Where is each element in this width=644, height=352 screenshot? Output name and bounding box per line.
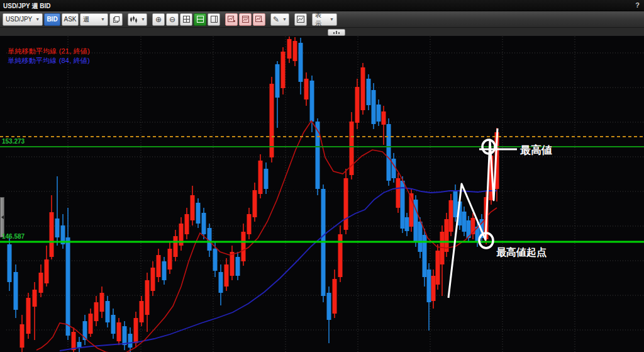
period-select-label: 週: [83, 15, 89, 24]
candle-body: [236, 257, 240, 276]
plus-circle-icon: ⊕: [155, 16, 162, 23]
collapse-arrow-icon: [1, 215, 4, 219]
candle-body: [427, 270, 431, 302]
candle-body: [94, 302, 99, 321]
candle-body: [111, 315, 116, 334]
candle-body: [405, 217, 409, 231]
candle-body: [128, 334, 133, 348]
candle-body: [185, 214, 189, 234]
chart-plus-icon: [228, 16, 235, 23]
candle-body: [72, 332, 76, 350]
draw-tool-select[interactable]: ✎▼: [270, 13, 289, 26]
candle-body: [100, 293, 104, 312]
candle-body: [316, 122, 320, 189]
ask-button-label: ASK: [64, 16, 77, 23]
link-chart-button[interactable]: [253, 13, 265, 26]
candle-body: [372, 90, 376, 124]
candle-body: [117, 322, 121, 341]
candle-body: [20, 324, 25, 348]
candle-body: [219, 272, 223, 293]
chart-window-icon: [242, 16, 249, 23]
new-chart-button[interactable]: [225, 13, 238, 26]
candle-body: [445, 219, 449, 252]
candle-body: [264, 169, 269, 189]
pen-icon: ✎: [273, 16, 279, 23]
candle-body: [275, 64, 280, 98]
help-icon[interactable]: ?: [635, 1, 640, 9]
candle-body: [225, 264, 229, 287]
annotation-highest-label: 最高値: [520, 143, 552, 157]
candle-body: [45, 259, 49, 283]
bid-button-label: BID: [47, 16, 57, 23]
chevron-down-icon: ▼: [330, 17, 334, 21]
chevron-down-icon: ▼: [35, 17, 40, 21]
candle-body: [140, 301, 144, 322]
candle-body: [310, 81, 314, 122]
window-titlebar: USD/JPY 週 BID ?: [0, 0, 644, 11]
candle-body: [327, 293, 331, 320]
toolbar: USD/JPY▼BIDASK週▼▼⊕⊖✎▼表示▼: [0, 11, 644, 28]
zoom-in-button[interactable]: ⊕: [152, 13, 165, 26]
display-menu[interactable]: 表示▼: [312, 13, 337, 26]
period-select[interactable]: 週▼: [80, 13, 108, 26]
candle-body: [134, 318, 138, 343]
candle-body: [66, 237, 70, 336]
price-level-upper-label: 153.273: [2, 138, 25, 145]
candle-body: [145, 280, 150, 315]
compare-button[interactable]: [109, 13, 123, 26]
candle-body: [431, 276, 436, 301]
collapse-panel-button[interactable]: [328, 29, 345, 36]
display-menu-label: 表示: [315, 11, 326, 28]
minus-circle-icon: ⊖: [169, 16, 175, 23]
chart-arrow-icon: [255, 16, 263, 23]
price-level-lower-label: 146.587: [2, 233, 25, 240]
candle-body: [333, 279, 337, 314]
candlestick-chart[interactable]: [0, 36, 644, 352]
grid-panes-icon: [183, 16, 190, 23]
candle-body: [247, 214, 252, 234]
window-title: USD/JPY 週 BID: [3, 2, 50, 11]
chevron-down-icon: ▼: [141, 17, 145, 21]
candle-body: [89, 314, 93, 334]
candle-body: [162, 261, 167, 280]
candle-body: [191, 195, 195, 220]
copy-chart-button[interactable]: [239, 13, 252, 26]
layout-pane-button[interactable]: [208, 13, 220, 26]
legend-sma-84: 単純移動平均線 (84, 終値): [8, 56, 90, 65]
ask-button[interactable]: ASK: [62, 13, 79, 26]
chevron-down-icon: ▼: [101, 17, 105, 21]
candle-body: [157, 255, 161, 277]
split-horizontal-icon: [197, 16, 204, 23]
chart-window: USD/JPY 週 BID ? USD/JPY▼BIDASK週▼▼⊕⊖✎▼表示▼…: [0, 0, 644, 352]
candle-body: [33, 290, 37, 307]
panel-splitter: [0, 28, 644, 37]
symbol-select[interactable]: USD/JPY▼: [3, 13, 43, 26]
candle-body: [26, 298, 31, 334]
candlestick-bars-icon: [130, 16, 138, 23]
candle-body: [213, 249, 218, 271]
legend-sma-21: 単純移動平均線 (21, 終値): [8, 47, 90, 56]
zoom-out-button[interactable]: ⊖: [166, 13, 179, 26]
layout-split-button[interactable]: [194, 13, 206, 26]
candle-body: [304, 79, 309, 99]
candle-body: [123, 326, 127, 345]
layout-grid-button[interactable]: [180, 13, 192, 26]
candle-body: [14, 272, 18, 310]
sidebar-grip[interactable]: [0, 197, 4, 237]
bid-button[interactable]: BID: [44, 13, 60, 26]
candle-body: [436, 251, 440, 285]
candle-body: [293, 41, 297, 61]
candle-body: [196, 203, 201, 224]
indicator-button[interactable]: [294, 13, 307, 26]
candle-body: [361, 67, 365, 110]
chevron-down-icon: ▼: [282, 17, 287, 21]
chart-type-select[interactable]: ▼: [128, 13, 147, 26]
annotation-highest-start-label: 最高値起点: [496, 246, 547, 259]
candle-body: [55, 219, 60, 237]
candle-body: [396, 178, 401, 208]
candle-body: [50, 212, 54, 257]
symbol-select-label: USD/JPY: [6, 16, 32, 23]
candle-body: [382, 111, 386, 125]
candle-body: [106, 301, 110, 322]
candle-body: [8, 244, 12, 282]
